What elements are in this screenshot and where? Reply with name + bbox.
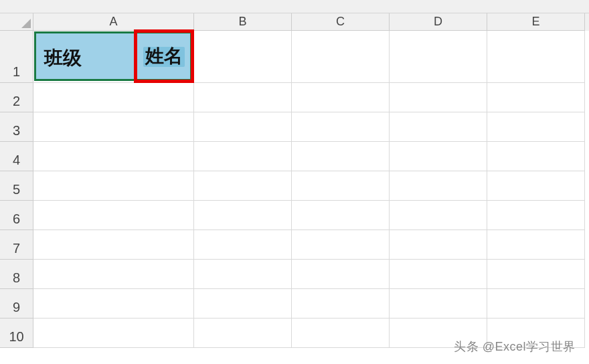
cell-b2[interactable] bbox=[194, 83, 292, 112]
spreadsheet: A B C D E 1 班级 姓名 bbox=[0, 0, 589, 364]
cell-b9[interactable] bbox=[194, 289, 292, 318]
row-header-9[interactable]: 9 bbox=[0, 289, 33, 318]
ribbon-strip bbox=[0, 0, 589, 13]
cell-a8[interactable] bbox=[33, 260, 194, 289]
row-header-6[interactable]: 6 bbox=[0, 201, 33, 230]
cell-c3[interactable] bbox=[292, 112, 390, 142]
cell-d10[interactable] bbox=[390, 318, 487, 348]
cell-c2[interactable] bbox=[292, 83, 390, 112]
cell-d9[interactable] bbox=[390, 289, 487, 318]
cell-a10[interactable] bbox=[33, 318, 194, 348]
row-8: 8 bbox=[0, 260, 589, 289]
label-name: 姓名 bbox=[145, 43, 183, 69]
row-header-8[interactable]: 8 bbox=[0, 260, 33, 289]
cell-e2[interactable] bbox=[487, 83, 585, 112]
cell-e1[interactable] bbox=[487, 31, 585, 83]
cell-b7[interactable] bbox=[194, 230, 292, 260]
col-header-a[interactable]: A bbox=[33, 13, 194, 31]
cell-a1-content: 班级 姓名 bbox=[33, 31, 193, 82]
row-9: 9 bbox=[0, 289, 589, 318]
cell-c8[interactable] bbox=[292, 260, 390, 289]
cell-c9[interactable] bbox=[292, 289, 390, 318]
cell-c5[interactable] bbox=[292, 171, 390, 201]
label-class: 班级 bbox=[44, 46, 82, 71]
column-headers: A B C D E bbox=[0, 13, 589, 31]
cell-e3[interactable] bbox=[487, 112, 585, 142]
row-10: 10 bbox=[0, 318, 589, 348]
cell-e7[interactable] bbox=[487, 230, 585, 260]
cell-d3[interactable] bbox=[390, 112, 487, 142]
cell-c10[interactable] bbox=[292, 318, 390, 348]
cell-e5[interactable] bbox=[487, 171, 585, 201]
row-3: 3 bbox=[0, 112, 589, 142]
cell-a3[interactable] bbox=[33, 112, 194, 142]
cell-d5[interactable] bbox=[390, 171, 487, 201]
cell-d4[interactable] bbox=[390, 142, 487, 171]
col-header-d[interactable]: D bbox=[390, 13, 487, 31]
row-1: 1 班级 姓名 bbox=[0, 31, 589, 83]
col-header-c[interactable]: C bbox=[292, 13, 390, 31]
row-header-7[interactable]: 7 bbox=[0, 230, 33, 260]
cell-e8[interactable] bbox=[487, 260, 585, 289]
cell-d7[interactable] bbox=[390, 230, 487, 260]
cell-c4[interactable] bbox=[292, 142, 390, 171]
cell-b8[interactable] bbox=[194, 260, 292, 289]
select-all-corner[interactable] bbox=[0, 13, 33, 31]
row-header-2[interactable]: 2 bbox=[0, 83, 33, 112]
cell-e6[interactable] bbox=[487, 201, 585, 230]
cell-a2[interactable] bbox=[33, 83, 194, 112]
cell-e9[interactable] bbox=[487, 289, 585, 318]
cell-b5[interactable] bbox=[194, 171, 292, 201]
row-2: 2 bbox=[0, 83, 589, 112]
cell-b4[interactable] bbox=[194, 142, 292, 171]
row-6: 6 bbox=[0, 201, 589, 230]
cell-c6[interactable] bbox=[292, 201, 390, 230]
grid-rows: 1 班级 姓名 2 bbox=[0, 31, 589, 348]
row-7: 7 bbox=[0, 230, 589, 260]
col-header-b[interactable]: B bbox=[194, 13, 292, 31]
label-name-wrap: 姓名 bbox=[141, 43, 187, 70]
cell-a6[interactable] bbox=[33, 201, 194, 230]
row-5: 5 bbox=[0, 171, 589, 201]
row-header-10[interactable]: 10 bbox=[0, 318, 33, 348]
row-4: 4 bbox=[0, 142, 589, 171]
row-header-3[interactable]: 3 bbox=[0, 112, 33, 142]
cell-c1[interactable] bbox=[292, 31, 390, 83]
row-header-1[interactable]: 1 bbox=[0, 31, 33, 83]
cell-a5[interactable] bbox=[33, 171, 194, 201]
cell-b10[interactable] bbox=[194, 318, 292, 348]
cell-d8[interactable] bbox=[390, 260, 487, 289]
cell-b3[interactable] bbox=[194, 112, 292, 142]
cell-e10[interactable] bbox=[487, 318, 585, 348]
cell-a4[interactable] bbox=[33, 142, 194, 171]
cell-c7[interactable] bbox=[292, 230, 390, 260]
cell-e4[interactable] bbox=[487, 142, 585, 171]
cell-d1[interactable] bbox=[390, 31, 487, 83]
cell-b6[interactable] bbox=[194, 201, 292, 230]
row-header-5[interactable]: 5 bbox=[0, 171, 33, 201]
row-header-4[interactable]: 4 bbox=[0, 142, 33, 171]
cell-d6[interactable] bbox=[390, 201, 487, 230]
cell-d2[interactable] bbox=[390, 83, 487, 112]
cell-b1[interactable] bbox=[194, 31, 292, 83]
cell-a9[interactable] bbox=[33, 289, 194, 318]
cell-a1[interactable]: 班级 姓名 bbox=[33, 31, 194, 83]
cell-a7[interactable] bbox=[33, 230, 194, 260]
col-header-e[interactable]: E bbox=[487, 13, 585, 31]
